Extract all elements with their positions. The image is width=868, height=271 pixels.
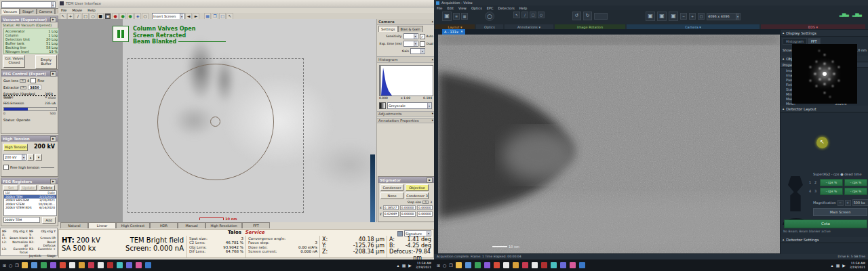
menu-view[interactable]: View bbox=[458, 6, 467, 10]
dual-checkbox[interactable] bbox=[420, 41, 425, 47]
ribbon-label-layout[interactable]: Layout ▾ bbox=[435, 24, 475, 29]
tray-chevron-icon[interactable]: ▴ bbox=[397, 263, 399, 268]
annotation-arrow-icon[interactable]: ↖ bbox=[513, 12, 520, 18]
detector-layout-header[interactable]: ▴ Detector Layout bbox=[781, 106, 868, 112]
taskbar-app-icon[interactable] bbox=[551, 262, 557, 268]
taskbar-app-icon[interactable] bbox=[475, 262, 481, 268]
collapse-icon[interactable]: ▴ bbox=[432, 20, 433, 23]
taskbar-app-icon[interactable] bbox=[126, 262, 132, 268]
condenser-stig-button[interactable]: Condenser bbox=[380, 184, 403, 191]
taskbar-app-icon[interactable] bbox=[541, 262, 547, 268]
collapse-icon[interactable]: ▾ bbox=[432, 119, 433, 122]
ribbon-label-optics[interactable]: Optics bbox=[476, 24, 503, 29]
quadrant-4-cps-button[interactable]: - cps % bbox=[844, 188, 867, 195]
search-icon[interactable]: ○ bbox=[443, 263, 446, 268]
collapse-icon[interactable]: ▾ bbox=[432, 112, 433, 115]
auto-checkbox[interactable]: ✓ bbox=[420, 34, 425, 39]
col-date[interactable]: Date bbox=[47, 191, 55, 194]
taskbar-app-icon[interactable] bbox=[484, 262, 490, 268]
taskbar-app-icon[interactable] bbox=[465, 262, 471, 268]
menu-help[interactable]: Help bbox=[519, 6, 527, 10]
set-button[interactable]: Set bbox=[3, 185, 18, 190]
delete-button[interactable]: Delete bbox=[39, 185, 55, 190]
tab-linear[interactable]: Linear bbox=[88, 222, 116, 228]
quadrant-1-cps-button[interactable]: - cps % bbox=[844, 179, 867, 186]
flucam-image-area[interactable]: Column Valves Open Screen Retracted Beam… bbox=[58, 19, 376, 222]
panel-expand-icon[interactable]: ▶ bbox=[50, 179, 56, 184]
registers-list[interactable]: Lbl Date 200kV TEM2/15/2021 200kV HRSTEM… bbox=[3, 190, 57, 216]
stig-y2[interactable]: 0.00000 bbox=[400, 211, 416, 216]
register-row[interactable]: 200kV STEM EDS6/14/2020 bbox=[4, 206, 56, 209]
adjustments-section-title[interactable]: Adjustments bbox=[378, 112, 401, 117]
taskbar-clock[interactable]: 11:58 AM 2/19/2021 bbox=[416, 262, 431, 270]
taskbar-app-icon[interactable] bbox=[145, 262, 151, 268]
magnification-select[interactable]: 500 kx ▾ bbox=[852, 199, 868, 206]
camera-record-icon[interactable]: ▣ bbox=[669, 12, 678, 21]
taskbar-app-icon[interactable] bbox=[503, 262, 509, 268]
ribbon-label-camera[interactable]: Camera ▾ bbox=[627, 24, 760, 29]
emission-slider[interactable] bbox=[3, 107, 57, 111]
display-settings-header[interactable]: ▴ Display Settings bbox=[781, 30, 868, 37]
collapse-icon[interactable]: ▴ bbox=[432, 58, 433, 61]
taskbar-app-icon[interactable] bbox=[98, 262, 104, 268]
taskbar-app-icon[interactable] bbox=[579, 262, 585, 268]
panel-expand-icon[interactable]: ▶ bbox=[50, 71, 56, 77]
velox-titlebar[interactable]: Acquisition - Velox bbox=[434, 0, 868, 5]
menu-edit[interactable]: Edit bbox=[447, 6, 454, 10]
update-button[interactable]: Update bbox=[20, 185, 37, 190]
menu-file[interactable]: File bbox=[61, 8, 66, 12]
high-tension-button[interactable]: High Tension bbox=[3, 144, 28, 151]
acquired-image-canvas[interactable]: 10 nm bbox=[438, 35, 780, 253]
taskbar-app-icon[interactable] bbox=[494, 262, 500, 268]
stig-x2[interactable]: 0.00000 bbox=[400, 205, 416, 210]
taskbar-app-icon[interactable] bbox=[456, 262, 462, 268]
taskbar-app-icon[interactable] bbox=[69, 262, 75, 268]
menu-detectors[interactable]: Detectors bbox=[498, 6, 514, 10]
annotation-line-icon[interactable]: / bbox=[521, 12, 528, 18]
col-valves-closed-button[interactable]: Col. Valves Closed bbox=[3, 55, 25, 68]
sensitivity-select[interactable]: ▾ bbox=[403, 33, 418, 39]
menu-movie[interactable]: Movie bbox=[72, 8, 82, 12]
signature-select[interactable]: Signature ▾ bbox=[404, 230, 431, 236]
gain-select[interactable]: ▾ bbox=[410, 48, 425, 54]
tab-manual[interactable]: Manual bbox=[178, 222, 205, 228]
taskbar-app-icon[interactable] bbox=[513, 262, 519, 268]
exposure-minus-button[interactable]: − bbox=[680, 13, 687, 20]
fine-checkbox[interactable] bbox=[31, 78, 36, 83]
close-icon[interactable]: ✕ bbox=[460, 30, 463, 33]
task-view-icon[interactable]: ❐ bbox=[449, 263, 452, 268]
stig-x1[interactable]: 0.18527 bbox=[383, 205, 399, 210]
taskbar-app-icon[interactable] bbox=[22, 262, 28, 268]
ribbon-label-eds[interactable]: EDS ▾ bbox=[761, 24, 865, 29]
mag-plus-button[interactable]: + bbox=[845, 200, 851, 206]
taskbar-clock[interactable]: 11:58 AM 2/19/2021 bbox=[850, 262, 865, 270]
taskbar-app-icon[interactable] bbox=[560, 262, 566, 268]
fft-view[interactable] bbox=[792, 44, 857, 104]
taskbar-app-icon[interactable] bbox=[50, 262, 56, 268]
menu-file[interactable]: File bbox=[437, 6, 442, 10]
tab-natural[interactable]: Natural bbox=[60, 222, 88, 228]
volume-icon[interactable]: ▶ bbox=[408, 263, 412, 268]
tab-vacuum[interactable]: Vacuum bbox=[1, 8, 20, 14]
layout-camera-icon[interactable]: ▣ bbox=[442, 12, 452, 21]
eds-map-icon[interactable]: ▂▅▃ bbox=[852, 12, 861, 17]
tab-fft[interactable]: FFT bbox=[242, 222, 270, 228]
taskbar-app-icon[interactable] bbox=[107, 262, 113, 268]
layout-grid-icon[interactable]: ▦ bbox=[461, 13, 468, 20]
extractor-value[interactable]: 3850 bbox=[28, 85, 41, 90]
quadrant-3-cps-button[interactable]: - cps % bbox=[820, 188, 843, 195]
rotate-left-icon[interactable]: ↺ bbox=[572, 12, 581, 20]
layout-list-icon[interactable]: ≡ bbox=[453, 13, 460, 20]
taskbar-app-icon[interactable] bbox=[79, 262, 85, 268]
detector-settings-header[interactable]: ▴ Detector Settings bbox=[781, 237, 868, 243]
menu-epc[interactable]: EPC bbox=[487, 6, 494, 10]
ceta-button[interactable]: Ceta bbox=[784, 220, 867, 228]
search-icon[interactable]: ○ bbox=[9, 263, 12, 268]
add-button[interactable]: Add bbox=[42, 217, 56, 224]
taskbar-app-icon[interactable] bbox=[31, 262, 37, 268]
gun-lens-stepper[interactable]: ⇅ bbox=[20, 79, 26, 83]
tui-titlebar[interactable]: TEM User Interface bbox=[58, 0, 434, 7]
annotation-rect-icon[interactable]: □ bbox=[530, 12, 536, 18]
task-view-icon[interactable]: ❐ bbox=[15, 263, 18, 268]
taskbar-app-icon[interactable] bbox=[60, 262, 66, 268]
